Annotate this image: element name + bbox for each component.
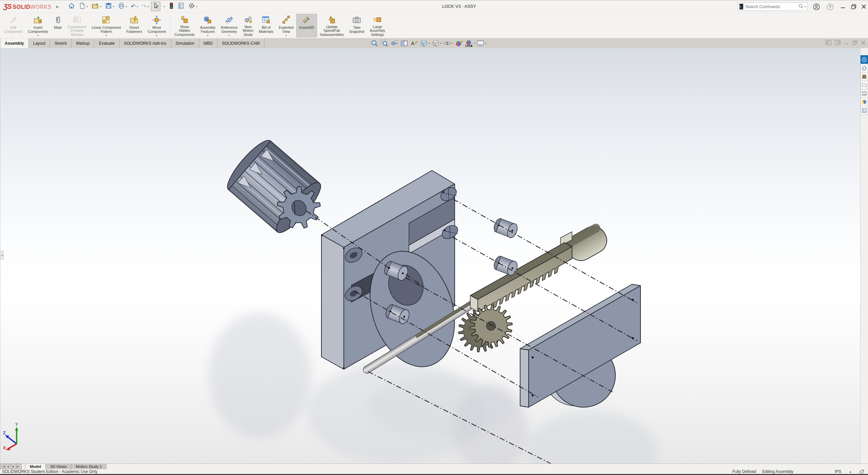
settings-button[interactable]: ▾ xyxy=(186,2,199,11)
save-button[interactable]: ▾ xyxy=(103,2,116,11)
dropdown-caret-icon[interactable]: ▾ xyxy=(207,34,209,37)
scroll-last-tab-button[interactable]: ▶❘ xyxy=(16,464,22,469)
minimize-button[interactable] xyxy=(838,2,848,12)
redo-button[interactable]: ↷▾ xyxy=(140,2,151,11)
minimize-document-icon[interactable] xyxy=(844,40,849,46)
dropdown-caret-icon[interactable]: ▾ xyxy=(100,5,101,8)
menu-expand-icon[interactable]: ▶ xyxy=(56,5,59,8)
tab-evaluate[interactable]: Evaluate xyxy=(94,38,119,48)
taskpane-view-palette-icon[interactable] xyxy=(861,89,868,98)
select-dropdown[interactable]: ▾ xyxy=(161,2,166,11)
view-settings-icon[interactable]: ▾ xyxy=(476,39,487,47)
search-dropdown-caret-icon[interactable]: ▾ xyxy=(805,5,806,8)
ribbon-button-move-component[interactable]: Move Component ▾ xyxy=(145,14,169,37)
doc-tab-motion-study-1[interactable]: Motion Study 1 xyxy=(72,464,107,469)
select-tool-button[interactable] xyxy=(151,2,160,11)
close-button[interactable] xyxy=(859,2,868,12)
ribbon-button-exploded-view[interactable]: Exploded View ▾ xyxy=(276,14,296,37)
doc-tab-3d-views[interactable]: 3D Views xyxy=(46,464,71,469)
search-icon[interactable] xyxy=(798,3,804,11)
dropdown-caret-icon[interactable]: ▾ xyxy=(86,5,88,8)
units-caret-icon[interactable]: ▲ xyxy=(849,469,852,474)
dropdown-caret-icon[interactable]: ▾ xyxy=(474,42,475,45)
account-button[interactable] xyxy=(812,2,821,12)
taskpane-file-explorer-icon[interactable] xyxy=(861,81,868,89)
taskpane-appearances-icon[interactable] xyxy=(861,98,868,106)
ribbon-button-reference-geometry[interactable]: Reference Geometry ▾ xyxy=(218,14,240,37)
close-document-icon[interactable] xyxy=(861,40,866,46)
part-pin-1[interactable] xyxy=(492,217,519,239)
previous-view-icon[interactable] xyxy=(390,39,398,47)
dynamic-annotation-icon[interactable]: A xyxy=(410,39,418,47)
home-button[interactable] xyxy=(66,2,77,11)
part-lock-housing[interactable] xyxy=(321,170,469,378)
tab-sketch[interactable]: Sketch xyxy=(50,38,72,48)
options-list-button[interactable] xyxy=(176,2,186,11)
part-rack-bolt[interactable] xyxy=(470,222,611,312)
scroll-next-tab-button[interactable]: ▶ xyxy=(11,464,16,469)
tag-icon[interactable] xyxy=(859,469,864,474)
dropdown-caret-icon[interactable]: ▾ xyxy=(196,5,197,8)
ribbon-button-component-preview-window[interactable]: Component Preview Window xyxy=(65,14,89,37)
dropdown-caret-icon[interactable]: ▾ xyxy=(229,34,230,37)
zoom-to-area-icon[interactable] xyxy=(380,39,389,47)
print-button[interactable]: ▾ xyxy=(116,2,129,11)
ribbon-button-show-hidden-components[interactable]: Show Hidden Components xyxy=(172,14,198,37)
ribbon-button-take-snapshot[interactable]: Take Snapshot xyxy=(347,14,367,37)
previous-document-icon[interactable] xyxy=(826,40,832,47)
taskpane-design-library-icon[interactable] xyxy=(861,72,868,81)
dropdown-caret-icon[interactable]: ▾ xyxy=(452,42,453,45)
part-back-plate[interactable] xyxy=(520,284,640,407)
graphics-area[interactable]: Y Z X ◂ xyxy=(0,48,868,463)
ribbon-button-new-motion-study[interactable]: New Motion Study xyxy=(240,14,256,37)
ribbon-button-large-assembly-settings[interactable]: Large Assembly Settings xyxy=(367,14,388,37)
taskpane-custom-properties-icon[interactable] xyxy=(861,106,868,115)
dropdown-caret-icon[interactable]: ▾ xyxy=(440,42,442,45)
display-style-icon[interactable]: ▾ xyxy=(432,39,442,47)
section-view-icon[interactable] xyxy=(400,39,408,47)
dropdown-caret-icon[interactable]: ▾ xyxy=(156,34,158,37)
tab-simulation[interactable]: Simulation xyxy=(171,38,199,48)
new-document-button[interactable]: ▾ xyxy=(77,2,90,11)
tab-mbd[interactable]: MBD xyxy=(199,38,218,48)
search-input[interactable] xyxy=(745,4,798,9)
dropdown-caret-icon[interactable]: ▾ xyxy=(285,34,287,37)
zoom-to-fit-icon[interactable] xyxy=(371,39,379,47)
ribbon-button-instant3d[interactable]: Instant3D xyxy=(296,14,317,37)
view-orientation-icon[interactable]: ▾ xyxy=(420,39,430,47)
tab-layout[interactable]: Layout xyxy=(29,38,50,48)
units-selector[interactable]: IPS xyxy=(835,469,841,474)
ribbon-button-smart-fasteners[interactable]: Smart Fasteners xyxy=(124,14,145,37)
undo-button[interactable]: ↶▾ xyxy=(129,2,140,11)
ribbon-button-edit-component[interactable]: Edit Component xyxy=(1,14,25,37)
dropdown-caret-icon[interactable]: ▾ xyxy=(106,34,107,37)
dropdown-caret-icon[interactable]: ▾ xyxy=(113,5,114,8)
taskpane-3dexperience-icon[interactable] xyxy=(861,55,868,64)
apply-scene-icon[interactable]: ▾ xyxy=(465,39,475,47)
dropdown-caret-icon[interactable]: ▾ xyxy=(485,42,487,45)
open-button[interactable]: ▾ xyxy=(90,2,103,11)
taskpane-home-icon[interactable] xyxy=(861,64,868,73)
help-button[interactable]: ? xyxy=(825,2,835,12)
scroll-previous-tab-button[interactable]: ◀ xyxy=(5,464,11,469)
dropdown-caret-icon[interactable]: ▾ xyxy=(429,42,430,45)
restore-button[interactable] xyxy=(849,2,859,12)
search-commands-box[interactable]: >_ ▾ xyxy=(738,2,808,11)
ribbon-button-assembly-features[interactable]: Assembly Features ▾ xyxy=(197,14,218,37)
ribbon-button-linear-component-pattern[interactable]: Linear Component Pattern ▾ xyxy=(89,14,123,37)
tab-markup[interactable]: Markup xyxy=(72,38,94,48)
dropdown-caret-icon[interactable]: ▾ xyxy=(137,5,138,8)
restore-document-icon[interactable] xyxy=(852,40,858,47)
tab-solidworks-cam[interactable]: SOLIDWORKS CAM xyxy=(217,38,264,48)
ribbon-button-update-speedpak-subassemblies[interactable]: Update SpeedPak Subassemblies xyxy=(317,14,347,37)
edit-appearance-icon[interactable] xyxy=(455,39,463,47)
part-knurled-knob[interactable] xyxy=(222,135,326,238)
dropdown-caret-icon[interactable]: ▾ xyxy=(147,5,149,8)
ribbon-button-bill-of-materials[interactable]: Bill of Materials xyxy=(256,14,276,37)
rebuild-button[interactable] xyxy=(167,2,176,11)
tab-assembly[interactable]: Assembly xyxy=(0,38,29,48)
feature-tree-collapse-handle[interactable]: ◂ xyxy=(0,251,4,260)
next-document-icon[interactable] xyxy=(835,40,841,47)
doc-tab-model[interactable]: Model xyxy=(25,464,46,469)
ribbon-button-mate[interactable]: Mate xyxy=(51,14,65,37)
